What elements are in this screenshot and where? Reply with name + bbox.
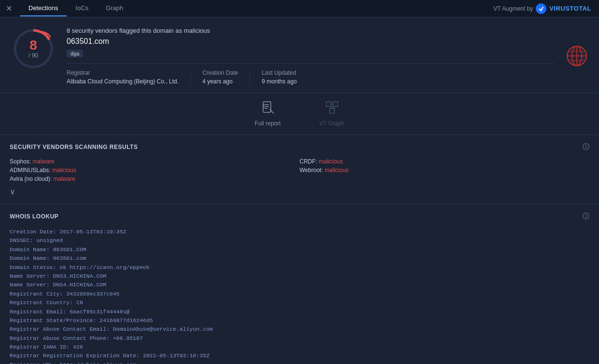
header-desc: 8 security vendors flagged this domain a…: [67, 27, 555, 34]
augment-area: VT Augment by VIRUSTOTAL: [493, 3, 591, 14]
header-info: 8 security vendors flagged this domain a…: [67, 27, 555, 85]
score-circle: 8 / 90: [12, 27, 55, 70]
augment-prefix: VT Augment by: [493, 5, 533, 12]
vendor-webroot-name: Webroot:: [300, 167, 325, 174]
svg-rect-15: [330, 108, 334, 113]
vendor-webroot-result: malicious: [324, 167, 348, 174]
vendor-adminuslabs: ADMINUSLabs: malicious: [10, 167, 300, 174]
last-updated-label: Last Updated: [262, 69, 297, 76]
vt-graph-label: VT Graph: [320, 120, 345, 127]
creation-date-meta: Creation Date 4 years ago: [202, 69, 250, 85]
full-report-action[interactable]: Σ Full report: [255, 101, 281, 127]
tab-iocs[interactable]: IoCs: [67, 0, 97, 16]
full-report-label: Full report: [255, 120, 281, 127]
dga-tag: dga: [67, 50, 83, 57]
vt-graph-action[interactable]: VT Graph: [320, 101, 345, 127]
vendor-crdf-name: CRDF:: [300, 158, 319, 165]
whois-section: WHOIS LOOKUP ⓘ Creation Date: 2017-05-13…: [0, 204, 599, 364]
full-report-icon: Σ: [261, 101, 275, 117]
vendor-crdf: CRDF: malicious: [300, 158, 590, 165]
vendor-adminuslabs-name: ADMINUSLabs:: [10, 167, 52, 174]
whois-section-title: WHOIS LOOKUP: [10, 213, 58, 220]
expand-button[interactable]: ∨: [10, 187, 589, 196]
whois-info-icon[interactable]: ⓘ: [583, 212, 589, 221]
whois-section-header: WHOIS LOOKUP ⓘ: [10, 212, 589, 221]
header-section: 8 / 90 8 security vendors flagged this d…: [0, 17, 599, 93]
svg-point-7: [567, 46, 586, 66]
security-section: SECURITY VENDORS SCANNING RESULTS ⓘ Soph…: [0, 135, 599, 204]
nav-tabs: Detections IoCs Graph: [20, 0, 132, 16]
score-denom: / 90: [28, 52, 38, 59]
last-updated-meta: Last Updated 9 months ago: [262, 69, 308, 85]
svg-point-0: [537, 4, 545, 13]
vendors-grid: Sophos: malware CRDF: malicious ADMINUSL…: [10, 158, 589, 182]
vendor-avira-result: malware: [54, 175, 75, 182]
vendor-sophos: Sophos: malware: [10, 158, 300, 165]
registrar-meta: Registrar Alibaba Cloud Computing (Beiji…: [67, 69, 191, 85]
security-section-title: SECURITY VENDORS SCANNING RESULTS: [10, 144, 138, 150]
vendor-sophos-name: Sophos:: [10, 158, 32, 165]
vendor-sophos-result: malware: [32, 158, 54, 165]
svg-text:Σ: Σ: [263, 104, 265, 109]
actions-row: Σ Full report VT Graph: [0, 93, 599, 135]
registrar-value: Alibaba Cloud Computing (Beijing) Co., L…: [67, 78, 179, 85]
close-button[interactable]: ✕: [6, 4, 12, 13]
last-updated-value: 9 months ago: [262, 78, 297, 85]
vendor-webroot: Webroot: malicious: [300, 167, 590, 174]
registrar-label: Registrar: [67, 69, 179, 76]
domain-name: 063501.com: [67, 37, 555, 46]
vendor-avira: Avira (no cloud): malware: [10, 175, 300, 182]
score-number: 8: [28, 39, 38, 52]
svg-rect-14: [333, 102, 338, 107]
vt-label: VIRUSTOTAL: [549, 5, 591, 12]
meta-row: Registrar Alibaba Cloud Computing (Beiji…: [67, 63, 555, 85]
tab-detections[interactable]: Detections: [20, 0, 67, 16]
security-section-header: SECURITY VENDORS SCANNING RESULTS ⓘ: [10, 143, 589, 151]
globe-icon: [566, 45, 587, 67]
svg-rect-13: [326, 102, 331, 107]
tab-graph[interactable]: Graph: [97, 0, 132, 16]
creation-date-label: Creation Date: [202, 69, 238, 76]
whois-content: Creation Date: 2017-05-13T03:10:35Z DNSS…: [10, 228, 589, 364]
security-info-icon[interactable]: ⓘ: [583, 143, 589, 151]
top-nav: ✕ Detections IoCs Graph VT Augment by VI…: [0, 0, 599, 17]
vendor-crdf-result: malicious: [319, 158, 343, 165]
creation-date-value: 4 years ago: [202, 78, 238, 85]
vendor-adminuslabs-result: malicious: [52, 167, 76, 174]
vt-graph-icon: [325, 101, 339, 117]
vendor-avira-name: Avira (no cloud):: [10, 175, 54, 182]
vt-icon: [536, 3, 546, 14]
